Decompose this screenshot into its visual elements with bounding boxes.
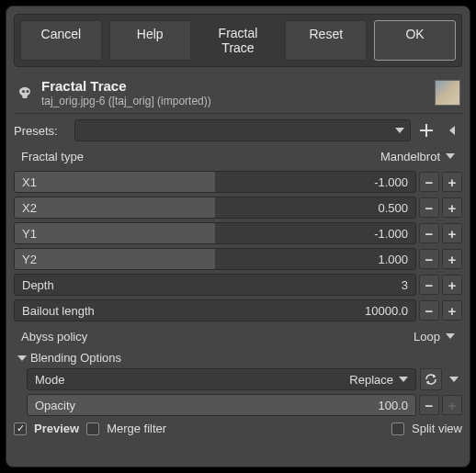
depth-decrement[interactable]: −: [419, 275, 439, 295]
dialog-window: Cancel Help Fractal Trace Reset OK Fract…: [6, 6, 470, 467]
depth-row: Depth 3 − +: [14, 274, 462, 296]
opacity-slider[interactable]: Opacity 100.0: [27, 394, 416, 416]
x2-slider[interactable]: X2 0.500: [14, 197, 416, 219]
y2-value: 1.000: [378, 253, 408, 266]
dialog-subtitle: taj_orig.jpg-6 ([taj_orig] (imported)): [41, 95, 427, 107]
help-button[interactable]: Help: [109, 20, 191, 61]
title-tab[interactable]: Fractal Trace: [198, 20, 278, 61]
x2-label: X2: [22, 201, 37, 215]
preset-add-button[interactable]: [416, 120, 436, 141]
ok-button[interactable]: OK: [374, 20, 456, 61]
chevron-down-icon: [395, 128, 404, 133]
depth-label: Depth: [22, 278, 54, 292]
x1-row: X1 -1.000 − +: [14, 171, 462, 193]
bailout-value: 10000.0: [365, 304, 408, 318]
action-button-bar: Cancel Help Fractal Trace Reset OK: [14, 14, 462, 67]
merge-filter-label: Merge filter: [107, 422, 166, 435]
y1-value: -1.000: [374, 227, 408, 241]
bailout-increment[interactable]: +: [442, 300, 462, 321]
dialog-title: Fractal Trace: [41, 78, 427, 94]
y2-row: Y2 1.000 − +: [14, 248, 462, 270]
y1-decrement[interactable]: −: [419, 223, 439, 243]
x1-slider[interactable]: X1 -1.000: [14, 171, 416, 193]
y1-slider[interactable]: Y1 -1.000: [14, 222, 416, 244]
fractal-type-row: Fractal type Mandelbrot: [14, 145, 462, 167]
opacity-row: Opacity 100.0 − +: [27, 394, 462, 416]
y1-label: Y1: [22, 227, 37, 241]
blending-options-expander[interactable]: Blending Options: [17, 351, 462, 365]
bailout-decrement[interactable]: −: [419, 300, 439, 321]
gimp-wilber-icon: [16, 84, 34, 102]
mode-dropdown[interactable]: Mode Replace: [27, 368, 416, 390]
bailout-input[interactable]: Bailout length 10000.0: [14, 299, 416, 321]
mode-value: Replace: [349, 373, 393, 387]
dialog-header: Fractal Trace taj_orig.jpg-6 ([taj_orig]…: [14, 74, 462, 114]
x2-value: 0.500: [378, 201, 408, 215]
preview-label: Preview: [34, 422, 79, 435]
blending-options-content: Mode Replace Opacity 100.0: [27, 368, 462, 416]
presets-dropdown[interactable]: [74, 119, 411, 141]
cancel-button[interactable]: Cancel: [20, 20, 102, 61]
fractal-type-label: Fractal type: [21, 150, 84, 163]
depth-value: 3: [402, 278, 408, 292]
split-view-checkbox[interactable]: [391, 422, 404, 435]
y2-increment[interactable]: +: [442, 249, 462, 269]
split-view-label: Split view: [412, 422, 462, 435]
abyss-row: Abyss policy Loop: [14, 325, 462, 347]
chevron-down-icon[interactable]: [449, 377, 459, 382]
image-thumbnail[interactable]: [435, 80, 460, 106]
y2-slider[interactable]: Y2 1.000: [14, 248, 416, 270]
x1-decrement[interactable]: −: [419, 172, 439, 192]
presets-row: Presets:: [14, 119, 462, 141]
abyss-value: Loop: [414, 330, 440, 343]
opacity-decrement[interactable]: −: [419, 395, 439, 415]
opacity-label: Opacity: [35, 399, 75, 412]
y2-decrement[interactable]: −: [419, 249, 439, 269]
footer-row: Preview Merge filter Split view: [14, 422, 462, 435]
y2-label: Y2: [22, 253, 37, 266]
bailout-label: Bailout length: [22, 304, 95, 318]
x1-increment[interactable]: +: [442, 172, 462, 192]
mode-row: Mode Replace: [27, 368, 462, 390]
y1-row: Y1 -1.000 − +: [14, 222, 462, 244]
blending-options-label: Blending Options: [30, 351, 121, 365]
x2-increment[interactable]: +: [442, 197, 462, 218]
merge-filter-checkbox[interactable]: [86, 422, 99, 435]
chevron-down-icon: [446, 153, 455, 159]
x2-decrement[interactable]: −: [419, 197, 439, 218]
depth-increment[interactable]: +: [442, 275, 462, 295]
opacity-value: 100.0: [378, 399, 408, 412]
mode-switch-button[interactable]: [420, 368, 442, 390]
depth-input[interactable]: Depth 3: [14, 274, 416, 296]
mode-label: Mode: [35, 373, 65, 387]
x2-row: X2 0.500 − +: [14, 197, 462, 219]
fractal-type-value: Mandelbrot: [380, 150, 440, 163]
abyss-control[interactable]: Abyss policy Loop: [14, 325, 462, 347]
x1-label: X1: [22, 175, 37, 189]
reset-button[interactable]: Reset: [285, 20, 367, 61]
fractal-type-control[interactable]: Fractal type Mandelbrot: [14, 145, 462, 167]
chevron-down-icon: [399, 377, 408, 382]
preview-checkbox[interactable]: [14, 422, 27, 435]
triangle-left-icon: [449, 126, 455, 135]
chevron-down-icon: [446, 333, 455, 339]
abyss-label: Abyss policy: [21, 330, 87, 343]
bailout-row: Bailout length 10000.0 − +: [14, 299, 462, 321]
presets-label: Presets:: [14, 124, 69, 138]
preset-menu-button[interactable]: [442, 120, 462, 141]
opacity-increment[interactable]: +: [442, 395, 462, 415]
x1-value: -1.000: [374, 175, 408, 189]
expander-icon: [17, 355, 27, 361]
header-text: Fractal Trace taj_orig.jpg-6 ([taj_orig]…: [41, 78, 427, 107]
y1-increment[interactable]: +: [442, 223, 462, 243]
